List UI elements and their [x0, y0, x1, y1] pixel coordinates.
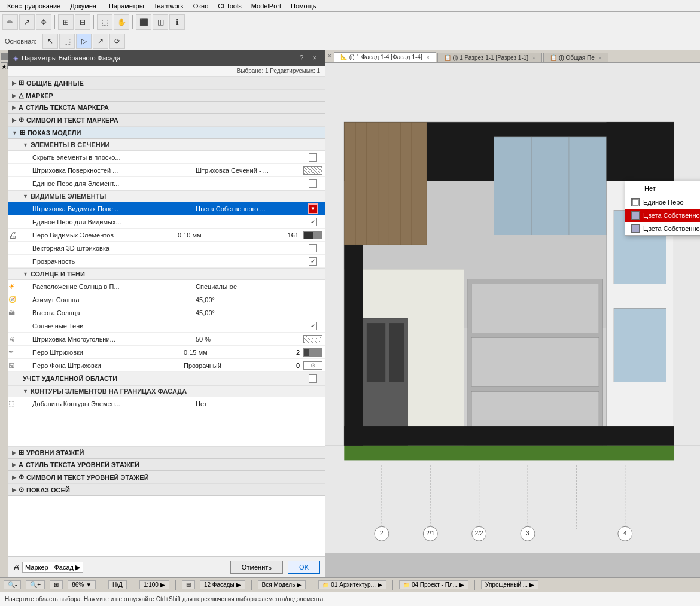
status-arch[interactable]: 📁 01 Архитектур... ▶	[318, 580, 386, 589]
checkbox-single-pen-elem[interactable]	[309, 179, 317, 188]
panel-help-btn[interactable]: ?	[296, 53, 307, 63]
status-project[interactable]: 📁 04 Проект - Пл... ▶	[399, 580, 468, 589]
checkbox-remote-area[interactable]	[309, 374, 317, 383]
tab-close-all[interactable]: ×	[325, 50, 334, 62]
prop-sun-shadows[interactable]: Солнечные Тени	[8, 319, 325, 333]
prop-hide-elements[interactable]: Скрыть элементы в плоско...	[8, 151, 325, 164]
tb-btn-info[interactable]: ℹ	[169, 14, 185, 30]
prop-transparency[interactable]: Прозрачность	[8, 255, 325, 268]
tab-general[interactable]: 📋 (i) Общая Пе ×	[543, 53, 608, 62]
status-mode[interactable]: Упрощенный ... ▶	[481, 580, 538, 589]
prop-poly-hatch-widget[interactable]	[301, 335, 325, 343]
ctx-none[interactable]: Нет	[625, 181, 700, 196]
status-zoom-fit[interactable]: ⊞	[50, 580, 63, 589]
tb2-btn2[interactable]: ⬚	[59, 34, 75, 49]
prop-sun-shadows-widget[interactable]	[301, 322, 325, 330]
section-marker-text-style[interactable]: ▶ A СТИЛЬ ТЕКСТА МАРКЕРА	[8, 102, 325, 114]
menu-modelport[interactable]: ModelPort	[246, 1, 286, 11]
menu-konstruirovanie[interactable]: Конструирование	[2, 1, 65, 11]
subsec-contours[interactable]: ▼ КОНТУРЫ ЭЛЕМЕНТОВ НА ГРАНИЦАХ ФАСАДА	[8, 385, 325, 397]
prop-single-pen-elem-widget[interactable]	[301, 179, 325, 188]
prop-single-pen-visible-widget[interactable]	[301, 218, 325, 226]
prop-single-pen-visible[interactable]: Единое Перо для Видимых...	[8, 215, 325, 229]
checkbox-sun-shadows[interactable]	[309, 322, 317, 330]
prop-add-contours[interactable]: ⬚ Добавить Контуры Элемен... Нет	[8, 397, 325, 410]
menu-okno[interactable]: Окно	[188, 1, 214, 11]
section-floor-symbol[interactable]: ▶ ⊕ СИМВОЛ И ТЕКСТ УРОВНЕЙ ЭТАЖЕЙ	[8, 471, 325, 483]
tb-btn-move[interactable]: ✥	[36, 14, 51, 30]
ok-button[interactable]: OK	[288, 561, 320, 574]
prop-single-pen-elem[interactable]: Единое Перо для Элемент...	[8, 177, 325, 190]
tb-btn-pan[interactable]: ✋	[114, 14, 129, 30]
tb-btn-draw[interactable]: ✏	[2, 14, 18, 30]
status-zoom-out[interactable]: 🔍-	[4, 580, 21, 589]
section-marker-symbol[interactable]: ▶ ⊕ СИМВОЛ И ТЕКСТ МАРКЕРА	[8, 114, 325, 126]
section-floor-text-style[interactable]: ▶ A СТИЛЬ ТЕКСТА УРОВНЕЙ ЭТАЖЕЙ	[8, 459, 325, 471]
status-scale[interactable]: 1:100 ▶	[139, 580, 169, 589]
empty-swatch[interactable]: ⊘	[303, 361, 322, 370]
tb2-btn4[interactable]: ↗	[93, 34, 108, 49]
menu-pomosh[interactable]: Помощь	[286, 1, 321, 11]
ctx-own-color-no-shade[interactable]: Цвета Собственного Покрытия (Без Затенен…	[625, 209, 700, 222]
status-views[interactable]: 12 Фасады ▶	[200, 580, 245, 589]
prop-pen-visible-widget[interactable]	[301, 231, 325, 239]
prop-remote-area-widget[interactable]	[301, 374, 325, 383]
prop-hatch-pen[interactable]: ✒ Перо Штриховки 0.15 мм 2	[8, 346, 325, 359]
subsec-elements-in-section[interactable]: ▼ ЭЛЕМЕНТЫ В СЕЧЕНИИ	[8, 139, 325, 151]
status-hatch-icon[interactable]: ⊟	[182, 580, 195, 589]
prop-sun-height[interactable]: 🏔 Высота Солнца 45,00°	[8, 306, 325, 319]
tab-section-close[interactable]: ×	[532, 55, 535, 61]
footer-dropdown[interactable]: Маркер - Фасад ▶	[22, 562, 83, 573]
sidebar-tool-2[interactable]: ★	[1, 62, 8, 69]
panel-close-btn[interactable]: ×	[309, 53, 320, 63]
menu-teamwork[interactable]: Teamwork	[149, 1, 188, 11]
status-nd[interactable]: Н/Д	[108, 580, 127, 589]
tb-btn-3d[interactable]: ⬛	[136, 14, 151, 30]
status-model[interactable]: Вся Модель ▶	[258, 580, 306, 589]
status-zoom-level[interactable]: 86% ▼	[68, 580, 96, 589]
section-axes[interactable]: ▶ ⊙ ПОКАЗ ОСЕЙ	[8, 483, 325, 496]
tb-btn-select[interactable]: ↗	[19, 14, 35, 30]
menu-parametry[interactable]: Параметры	[104, 1, 149, 11]
checkbox-transparency[interactable]	[309, 257, 317, 266]
section-floor-levels[interactable]: ▶ ⊞ УРОВНИ ЭТАЖЕЙ	[8, 446, 325, 459]
hatch-swatch[interactable]	[303, 166, 322, 175]
panel-content[interactable]: ▶ ⊞ ОБЩИЕ ДАННЫЕ ▶ △ МАРКЕР ▶ A СТИЛЬ ТЕ…	[8, 77, 325, 556]
section-general[interactable]: ▶ ⊞ ОБЩИЕ ДАННЫЕ	[8, 77, 325, 89]
tb-btn-snap[interactable]: ⊞	[58, 14, 74, 30]
hatch-50-swatch[interactable]	[303, 335, 322, 343]
prop-surface-hatch-widget[interactable]	[301, 166, 325, 175]
checkbox-single-pen-visible[interactable]	[309, 218, 317, 226]
subsec-sun-shadows[interactable]: ▼ СОЛНЦЕ И ТЕНИ	[8, 268, 325, 280]
dropdown-arrow-btn[interactable]: ▼	[308, 203, 318, 214]
tb-btn-zoom[interactable]: ⬚	[97, 14, 112, 30]
tab-facade-1-4[interactable]: 📐 (i) 1 Фасад 1-4 [Фасад 1-4] ×	[334, 52, 436, 62]
section-model-show[interactable]: ▼ ⊞ ПОКАЗ МОДЕЛИ	[8, 126, 325, 139]
tab-section-1-1[interactable]: 📋 (i) 1 Разрез 1-1 [Разрез 1-1] ×	[437, 53, 542, 62]
menu-ci-tools[interactable]: CI Tools	[213, 1, 246, 11]
ctx-single-pen[interactable]: Единое Перо	[625, 196, 700, 209]
sidebar-tool-1[interactable]	[1, 53, 8, 60]
prop-poly-hatch[interactable]: 🖨 Штриховка Многоугольни... 50 %	[8, 333, 325, 346]
tb2-btn5[interactable]: ⟳	[109, 34, 125, 49]
prop-hatch-bg-pen-widget[interactable]: ⊘	[301, 361, 325, 370]
tab-general-close[interactable]: ×	[599, 55, 602, 61]
section-marker[interactable]: ▶ △ МАРКЕР	[8, 89, 325, 102]
prop-pen-visible[interactable]: 🖨 Перо Видимых Элементов 0.10 мм 161	[8, 229, 325, 242]
checkbox-vector-hatch[interactable]	[309, 244, 317, 252]
prop-sun-pos[interactable]: ☀ Расположение Солнца в П... Специальное	[8, 280, 325, 293]
pen-visible-swatch[interactable]	[303, 231, 322, 239]
prop-hatch-bg-pen[interactable]: 🖫 Перо Фона Штриховки Прозрачный 0 ⊘	[8, 359, 325, 372]
prop-vector-hatch[interactable]: Векторная 3D-штриховка	[8, 242, 325, 255]
tb2-btn3[interactable]: ▷	[76, 34, 92, 49]
tb2-btn1[interactable]: ↖	[42, 34, 58, 49]
tb-btn-grid[interactable]: ⊟	[75, 14, 90, 30]
tab-facade-close[interactable]: ×	[426, 54, 429, 60]
menu-dokument[interactable]: Документ	[65, 1, 104, 11]
prop-vector-hatch-widget[interactable]	[301, 244, 325, 252]
subsec-visible-elements[interactable]: ▼ ВИДИМЫЕ ЭЛЕМЕНТЫ	[8, 190, 325, 202]
prop-transparency-widget[interactable]	[301, 257, 325, 266]
prop-hatch-pen-widget[interactable]	[301, 348, 325, 357]
pen2-swatch[interactable]	[303, 348, 322, 357]
tb-btn-layer[interactable]: ◫	[153, 14, 168, 30]
